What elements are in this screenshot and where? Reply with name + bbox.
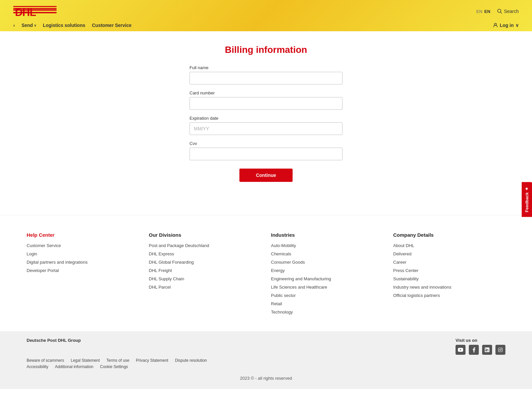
footer-link-dhl-global[interactable]: DHL Global Forwarding — [149, 260, 261, 265]
svg-rect-3 — [13, 6, 57, 7]
card-number-label: Card number — [190, 90, 342, 95]
language-switcher: EN EN — [476, 9, 490, 14]
nav-send[interactable]: Send ∨ — [22, 23, 36, 28]
footer-link-legal[interactable]: Legal Statement — [71, 358, 100, 363]
footer-link-official-logistics[interactable]: Official logistics partners — [393, 293, 506, 298]
industries-title: Industries — [271, 232, 383, 238]
footer-link-cookie-settings[interactable]: Cookie Settings — [100, 364, 128, 369]
svg-rect-8 — [498, 348, 502, 352]
footer-link-customer-service[interactable]: Customer Service — [27, 243, 139, 248]
footer-link-industry-news[interactable]: Industry news and innovations — [393, 285, 506, 290]
header-top: DHL EN EN Search — [0, 0, 532, 23]
expiration-date-input[interactable] — [190, 122, 342, 135]
nav-logistics[interactable]: Logistics solutions — [43, 23, 85, 28]
instagram-icon[interactable] — [495, 345, 505, 355]
feedback-label: Feedback — [524, 193, 529, 212]
footer-link-engineering[interactable]: Engineering and Manufacturing — [271, 276, 383, 281]
footer-copyright: 2023 © - all rights reserved — [27, 371, 505, 382]
footer-link-about-dhl[interactable]: About DHL — [393, 243, 506, 248]
login-label: Log in — [500, 23, 514, 28]
user-icon — [493, 23, 498, 28]
nav-customer-service[interactable]: Customer Service — [92, 23, 131, 28]
svg-line-6 — [500, 12, 502, 14]
linkedin-icon[interactable] — [482, 345, 492, 355]
continue-button[interactable]: Continue — [239, 169, 293, 182]
footer-main: Help Center Customer Service Login Digit… — [0, 215, 532, 331]
cvv-input[interactable] — [190, 148, 342, 160]
lang-en-bold[interactable]: EN — [484, 9, 490, 14]
footer-bottom-links-row1: Beware of scammers Legal Statement Terms… — [27, 358, 505, 363]
svg-point-10 — [501, 348, 502, 349]
footer-industries: Industries Auto-Mobility Chemicals Consu… — [271, 232, 383, 318]
footer-link-terms[interactable]: Terms of use — [106, 358, 129, 363]
page-title: Billing information — [73, 45, 459, 55]
feedback-tab[interactable]: Feedback — [522, 182, 532, 217]
expiration-date-label: Expiration date — [190, 116, 342, 121]
footer-link-dhl-supply[interactable]: DHL Supply Chain — [149, 276, 261, 281]
footer-company-details: Company Details About DHL Delivered Care… — [393, 232, 506, 318]
facebook-icon[interactable] — [469, 345, 479, 355]
dhl-logo[interactable]: DHL — [13, 3, 57, 19]
footer-link-sustainability[interactable]: Sustainability — [393, 276, 506, 281]
expiration-date-group: Expiration date — [190, 116, 342, 135]
search-label: Search — [504, 9, 519, 14]
search-icon — [497, 9, 502, 14]
nav-customer-service-label: Customer Service — [92, 23, 131, 28]
send-chevron-icon: ∨ — [34, 24, 36, 27]
nav-logistics-label: Logistics solutions — [43, 23, 85, 28]
social-icons — [456, 345, 505, 355]
help-center-title: Help Center — [27, 232, 139, 238]
nav-chevron-icon: › — [13, 23, 15, 28]
card-number-input[interactable] — [190, 97, 342, 110]
billing-form: Full name Card number Expiration date Cv… — [190, 65, 342, 182]
cvv-group: Cvv — [190, 141, 342, 160]
footer-link-public-sector[interactable]: Public sector — [271, 293, 383, 298]
site-header: DHL EN EN Search › — [0, 0, 532, 31]
footer-link-career[interactable]: Career — [393, 260, 506, 265]
header-right: EN EN Search — [476, 9, 519, 14]
card-number-group: Card number — [190, 90, 342, 110]
full-name-input[interactable] — [190, 72, 342, 84]
svg-point-5 — [497, 9, 501, 13]
footer-link-chemicals[interactable]: Chemicals — [271, 251, 383, 256]
youtube-icon[interactable] — [456, 345, 466, 355]
main-content: Billing information Full name Card numbe… — [66, 31, 466, 195]
footer-link-post-package[interactable]: Post and Package Deutschland — [149, 243, 261, 248]
footer-link-login[interactable]: Login — [27, 251, 139, 256]
footer-link-auto-mobility[interactable]: Auto-Mobility — [271, 243, 383, 248]
footer-link-retail[interactable]: Retail — [271, 301, 383, 306]
footer-link-privacy[interactable]: Privacy Statement — [136, 358, 168, 363]
our-divisions-title: Our Divisions — [149, 232, 261, 238]
login-button[interactable]: Log in ∨ — [493, 23, 519, 28]
footer-help-center: Help Center Customer Service Login Digit… — [27, 232, 139, 318]
nav-send-label: Send — [22, 23, 33, 28]
footer-link-dhl-parcel[interactable]: DHL Parcel — [149, 285, 261, 290]
footer: Help Center Customer Service Login Digit… — [0, 215, 532, 389]
lang-en-normal[interactable]: EN — [476, 9, 482, 14]
footer-brand: Deutsche Post DHL Group — [27, 338, 81, 343]
visit-us-section: Visit us on — [456, 338, 505, 355]
footer-link-digital-partners[interactable]: Digital partners and integrations — [27, 260, 139, 265]
footer-link-energy[interactable]: Energy — [271, 268, 383, 273]
footer-link-beware[interactable]: Beware of scammers — [27, 358, 64, 363]
nav-chevron[interactable]: › — [13, 23, 15, 28]
svg-rect-4 — [13, 8, 57, 9]
feedback-icon — [525, 187, 529, 191]
footer-link-life-sciences[interactable]: Life Sciences and Healthcare — [271, 285, 383, 290]
footer-our-divisions: Our Divisions Post and Package Deutschla… — [149, 232, 261, 318]
footer-link-accessibility[interactable]: Accessibility — [27, 364, 48, 369]
search-button[interactable]: Search — [497, 9, 519, 14]
svg-point-7 — [494, 23, 496, 25]
footer-link-press-center[interactable]: Press Center — [393, 268, 506, 273]
footer-link-additional-info[interactable]: Additional information — [55, 364, 93, 369]
full-name-group: Full name — [190, 65, 342, 84]
cvv-label: Cvv — [190, 141, 342, 146]
footer-link-consumer-goods[interactable]: Consumer Goods — [271, 260, 383, 265]
footer-link-delivered[interactable]: Delivered — [393, 251, 506, 256]
footer-link-dispute[interactable]: Dispute resolution — [175, 358, 207, 363]
footer-link-developer-portal[interactable]: Developer Portal — [27, 268, 139, 273]
footer-link-dhl-freight[interactable]: DHL Freight — [149, 268, 261, 273]
footer-link-technology[interactable]: Technology — [271, 310, 383, 315]
login-chevron-icon: ∨ — [515, 23, 519, 28]
footer-link-dhl-express[interactable]: DHL Express — [149, 251, 261, 256]
